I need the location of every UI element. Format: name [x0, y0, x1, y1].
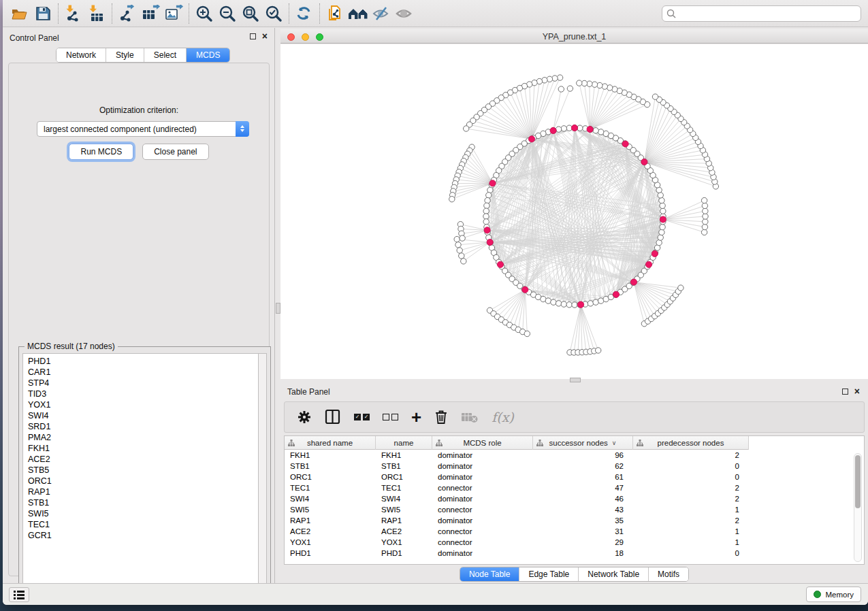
zoom-in-icon[interactable] [193, 3, 216, 24]
column-header-predecessor-nodes[interactable]: predecessor nodes [633, 436, 749, 450]
tab-select[interactable]: Select [144, 48, 187, 62]
result-item[interactable]: CAR1 [28, 367, 258, 378]
search-field[interactable] [662, 5, 861, 22]
task-history-button[interactable] [9, 587, 29, 602]
mcds-result-list[interactable]: PHD1CAR1STP4TID3YOX1SWI4SRD1PMA2FKH1ACE2… [22, 353, 259, 595]
add-column-icon[interactable]: + [411, 407, 421, 427]
table-header-row: shared namenameMCDS rolesuccessor nodes∨… [285, 436, 749, 450]
result-item[interactable]: TEC1 [28, 519, 258, 530]
table-row[interactable]: RAP1RAP1dominator352 [285, 515, 864, 526]
table-row[interactable]: FKH1FKH1dominator962 [285, 450, 864, 461]
tab-network[interactable]: Network [57, 48, 106, 62]
select-stepper-icon [236, 121, 249, 137]
table-cell: YOX1 [285, 537, 376, 548]
column-header-shared-name[interactable]: shared name [285, 436, 376, 450]
export-network-icon[interactable] [116, 3, 139, 24]
result-item[interactable]: YOX1 [28, 399, 258, 410]
vertical-splitter[interactable] [274, 28, 280, 583]
result-scrollbar[interactable] [259, 353, 267, 595]
close-panel-icon[interactable]: × [262, 32, 268, 40]
network-graph [280, 44, 868, 379]
zoom-out-icon[interactable] [216, 3, 239, 24]
table-cell: ORC1 [285, 472, 376, 482]
table-row[interactable]: STB1STB1dominator620 [285, 461, 864, 472]
result-item[interactable]: PMA2 [28, 432, 258, 443]
select-all-icon[interactable]: ✓✓ [354, 407, 370, 427]
table-cell: connector [432, 482, 533, 493]
zoom-selected-icon[interactable] [262, 3, 285, 24]
table-row[interactable]: SWI4SWI4dominator462 [285, 493, 864, 504]
table-row[interactable]: SWI5SWI5connector431 [285, 504, 864, 515]
memory-button[interactable]: Memory [806, 587, 861, 602]
table-scrollbar[interactable] [854, 453, 862, 562]
table-cell: 96 [533, 450, 633, 461]
close-panel-button[interactable]: Close panel [142, 144, 208, 160]
import-table-icon[interactable] [85, 3, 108, 24]
result-item[interactable]: TID3 [28, 389, 258, 399]
network-canvas[interactable] [280, 44, 868, 379]
table-cell: FKH1 [376, 450, 432, 461]
result-item[interactable]: SRD1 [28, 421, 258, 432]
search-input[interactable] [679, 9, 856, 18]
column-header-MCDS-role[interactable]: MCDS role [432, 436, 533, 450]
column-header-successor-nodes[interactable]: successor nodes∨ [533, 436, 633, 450]
table-cell: 43 [533, 504, 633, 515]
result-item[interactable]: ACE2 [28, 454, 258, 465]
table-cell: YOX1 [376, 537, 432, 548]
result-item[interactable]: SWI5 [28, 508, 258, 519]
result-item[interactable]: STB5 [28, 465, 258, 476]
toolbar-separator [189, 3, 189, 24]
tab-motifs[interactable]: Motifs [649, 567, 688, 581]
close-table-panel-icon[interactable]: × [854, 387, 860, 395]
splitter-grip[interactable] [276, 303, 280, 314]
horizontal-splitter-grip[interactable] [570, 378, 581, 382]
result-item[interactable]: RAP1 [28, 486, 258, 497]
show-graphics-icon[interactable] [393, 3, 416, 24]
column-header-name[interactable]: name [376, 436, 432, 450]
tab-style[interactable]: Style [106, 48, 144, 62]
run-mcds-button[interactable]: Run MCDS [69, 144, 133, 160]
table-row[interactable]: YOX1YOX1connector291 [285, 537, 864, 548]
column-layout-icon[interactable] [325, 407, 341, 427]
table-row[interactable]: TEC1TEC1connector472 [285, 482, 864, 493]
export-table-icon[interactable] [139, 3, 162, 24]
network-window-titlebar[interactable]: YPA_prune.txt_1 [280, 29, 868, 44]
desktop-wallpaper: Control Panel × Network Style Select MCD… [0, 0, 868, 611]
result-item[interactable]: STB1 [28, 497, 258, 508]
refresh-icon[interactable] [293, 3, 316, 24]
export-image-icon[interactable] [162, 3, 185, 24]
table-row[interactable]: ACE2ACE2connector311 [285, 526, 864, 537]
show-all-icon[interactable] [347, 3, 370, 24]
function-builder-icon: f(x) [492, 407, 514, 427]
table-cell: SWI4 [285, 493, 376, 504]
save-session-icon[interactable] [31, 3, 54, 24]
result-item[interactable]: ORC1 [28, 476, 258, 486]
open-session-icon[interactable] [8, 3, 31, 24]
result-item[interactable]: STP4 [28, 378, 258, 389]
clone-network-icon[interactable] [323, 3, 347, 24]
result-item[interactable]: PHD1 [28, 356, 258, 367]
table-cell: RAP1 [285, 515, 376, 526]
result-item[interactable]: SWI4 [28, 410, 258, 421]
table-row[interactable]: PHD1PHD1dominator180 [285, 548, 864, 559]
import-network-icon[interactable] [62, 3, 85, 24]
table-cell: 62 [533, 461, 633, 472]
table-options-icon[interactable] [297, 407, 312, 427]
deselect-all-icon[interactable] [383, 407, 398, 427]
tab-network-table[interactable]: Network Table [579, 567, 649, 581]
result-item[interactable]: FKH1 [28, 443, 258, 454]
result-item[interactable]: GCR1 [28, 530, 258, 541]
table-scrollbar-thumb[interactable] [855, 455, 861, 508]
tab-mcds[interactable]: MCDS [187, 48, 229, 62]
optimization-criterion-select[interactable]: largest connected component (undirected) [37, 121, 249, 137]
tab-edge-table[interactable]: Edge Table [519, 567, 579, 581]
table-cell: 2 [633, 515, 749, 526]
tab-node-table[interactable]: Node Table [460, 567, 520, 581]
float-table-panel-icon[interactable] [842, 389, 848, 395]
node-table: shared namenameMCDS rolesuccessor nodes∨… [284, 435, 865, 565]
delete-columns-icon[interactable] [434, 407, 448, 427]
float-panel-icon[interactable] [250, 33, 256, 39]
zoom-fit-icon[interactable] [239, 3, 262, 24]
table-row[interactable]: ORC1ORC1dominator610 [285, 472, 864, 482]
hide-graphics-icon[interactable] [370, 3, 393, 24]
